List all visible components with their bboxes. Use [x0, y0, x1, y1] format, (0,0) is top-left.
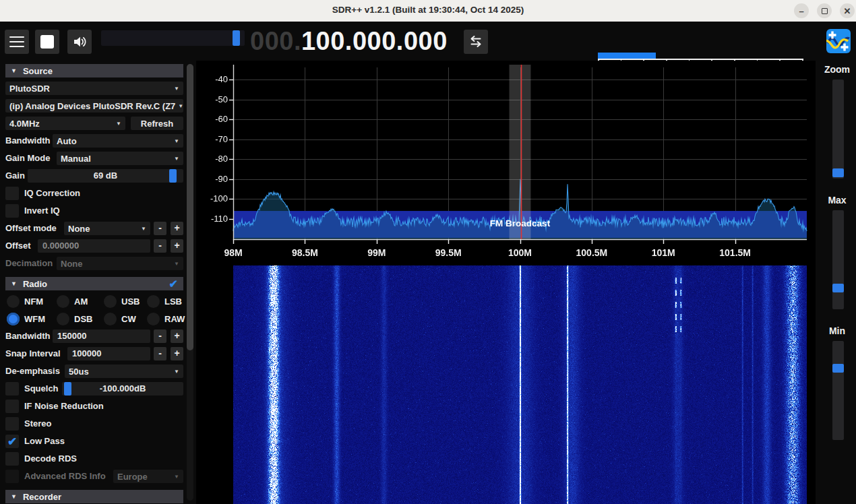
radio-mode-cw[interactable]: CW: [104, 312, 136, 325]
snap-increment-button[interactable]: +: [171, 347, 183, 360]
option-row: IF Noise Reduction: [5, 400, 183, 413]
radio-mode-raw[interactable]: RAW: [147, 312, 185, 325]
offset-decrement-button[interactable]: -: [154, 239, 166, 253]
gain-slider-handle[interactable]: [169, 169, 177, 183]
fft-x-tick-label: 100.5M: [576, 247, 608, 258]
decode-rds-checkbox[interactable]: [5, 452, 19, 466]
title-bar[interactable]: SDR++ v1.2.1 (Built at 19:30:44, Oct 14 …: [0, 0, 856, 22]
offset-increment-button[interactable]: +: [171, 239, 183, 253]
fft-y-tick-label: -110: [204, 214, 228, 224]
option-label: Stereo: [24, 417, 51, 431]
sdrpp-logo-icon: [826, 29, 851, 53]
speaker-icon: [71, 34, 88, 50]
radio-bandwidth-value: 150000: [57, 331, 86, 341]
offset-mode-select[interactable]: None ▼: [64, 222, 150, 235]
radio-mode-nfm[interactable]: NFM: [7, 294, 43, 308]
advanced-rds-select: Europe ▼: [113, 470, 183, 483]
volume-slider[interactable]: [101, 30, 245, 46]
radio-button-icon[interactable]: [147, 313, 160, 325]
stereo-checkbox[interactable]: [5, 417, 19, 431]
option-label: Low Pass: [24, 435, 65, 448]
stop-button[interactable]: [35, 30, 59, 54]
dropdown-arrow-icon: ▼: [171, 261, 179, 267]
waterfall-canvas[interactable]: [233, 265, 807, 504]
minimize-button[interactable]: –: [794, 3, 809, 18]
radio-bandwidth-label: Bandwidth: [5, 329, 50, 343]
gain-mode-value: Manual: [61, 154, 91, 164]
radio-enabled-check-icon[interactable]: ✔: [169, 278, 178, 290]
toolbar: 000.100.000.000 0102030405060708090: [0, 22, 856, 61]
close-button[interactable]: ✕: [840, 3, 855, 18]
radio-mode-wfm[interactable]: WFM: [7, 312, 45, 325]
max-slider[interactable]: [832, 210, 844, 309]
zoom-slider-handle[interactable]: [832, 168, 844, 177]
offset-value: 0.000000: [42, 241, 79, 251]
squelch-slider[interactable]: -100.000dB: [62, 382, 183, 396]
iq-correction-checkbox[interactable]: [5, 187, 19, 200]
squelch-slider-handle[interactable]: [64, 382, 71, 396]
recorder-panel-header[interactable]: ▼ Recorder: [5, 490, 183, 503]
low-pass-checkbox[interactable]: ✔: [5, 435, 19, 448]
offset-input[interactable]: 0.000000: [38, 239, 150, 253]
hamburger-icon: [9, 36, 24, 48]
samplerate-select[interactable]: 4.0MHz ▼: [5, 117, 125, 130]
fft-y-tick-label: -60: [204, 114, 228, 124]
option-row: Decode RDS: [5, 452, 183, 466]
radio-bandwidth-input[interactable]: 150000: [53, 329, 150, 343]
sidebar-scrollbar[interactable]: [187, 64, 193, 501]
radio-mode-dsb[interactable]: DSB: [57, 312, 92, 325]
menu-button[interactable]: [5, 30, 29, 54]
volume-slider-handle[interactable]: [233, 30, 240, 46]
fft-plot-canvas[interactable]: [202, 62, 816, 264]
source-device-select[interactable]: (ip) Analog Devices PlutoSDR Rev.C (Z7 ▼: [5, 99, 183, 113]
offset-mode-decrement-button[interactable]: -: [154, 222, 166, 235]
radio-bandwidth-decrement-button[interactable]: -: [154, 329, 166, 343]
snap-interval-input[interactable]: 100000: [67, 347, 150, 360]
radio-bandwidth-increment-button[interactable]: +: [171, 329, 183, 343]
radio-mode-label: NFM: [24, 296, 43, 307]
sidebar-scrollbar-thumb[interactable]: [187, 64, 193, 350]
gain-slider[interactable]: 69 dB: [28, 169, 183, 183]
refresh-button[interactable]: Refresh: [131, 117, 183, 130]
fft-y-tick-label: -90: [204, 174, 228, 184]
gain-mode-select[interactable]: Manual ▼: [57, 152, 183, 165]
frequency-display[interactable]: 000.100.000.000: [250, 27, 448, 56]
squelch-checkbox[interactable]: [5, 382, 19, 396]
mute-button[interactable]: [67, 30, 92, 54]
maximize-button[interactable]: [817, 3, 832, 18]
fft-x-tick-label: 101M: [652, 247, 675, 258]
snap-decrement-button[interactable]: -: [154, 347, 166, 360]
radio-button-icon[interactable]: [57, 295, 69, 308]
invert-iq-checkbox[interactable]: [5, 204, 19, 218]
zoom-slider[interactable]: [832, 80, 844, 179]
source-driver-select[interactable]: PlutoSDR ▼: [5, 82, 183, 95]
fft-y-tick-label: -40: [204, 74, 228, 84]
radio-mode-label: LSB: [164, 296, 182, 307]
min-slider[interactable]: [832, 341, 844, 440]
radio-button-icon[interactable]: [104, 313, 117, 325]
max-slider-handle[interactable]: [832, 284, 844, 292]
tuning-mode-button[interactable]: [464, 30, 488, 54]
radio-button-icon[interactable]: [147, 295, 160, 308]
fft-y-tick-label: -50: [204, 94, 228, 104]
radio-mode-usb[interactable]: USB: [104, 294, 140, 308]
offset-mode-increment-button[interactable]: +: [171, 222, 183, 235]
radio-mode-lsb[interactable]: LSB: [147, 294, 182, 308]
deemphasis-select[interactable]: 50us ▼: [65, 365, 183, 378]
radio-button-icon[interactable]: [104, 295, 117, 308]
source-bandwidth-select[interactable]: Auto ▼: [53, 134, 183, 148]
radio-panel-header[interactable]: ▼ Radio ✔: [5, 277, 183, 290]
option-label: Decode RDS: [24, 452, 77, 466]
radio-button-icon[interactable]: [7, 295, 20, 308]
radio-button-icon[interactable]: [57, 313, 69, 325]
radio-panel-title: Radio: [23, 279, 47, 289]
if-noise-reduction-checkbox[interactable]: [5, 400, 19, 413]
radio-mode-am[interactable]: AM: [57, 294, 88, 308]
min-slider-handle[interactable]: [832, 364, 844, 373]
snap-interval-label: Snap Interval: [5, 347, 61, 360]
advanced-rds-label: Advanced RDS Info: [24, 470, 106, 483]
source-panel-header[interactable]: ▼ Source: [5, 64, 183, 77]
decimation-select: None ▼: [57, 257, 183, 270]
radio-button-icon[interactable]: [7, 313, 20, 325]
window-title: SDR++ v1.2.1 (Built at 19:30:44, Oct 14 …: [0, 5, 856, 15]
